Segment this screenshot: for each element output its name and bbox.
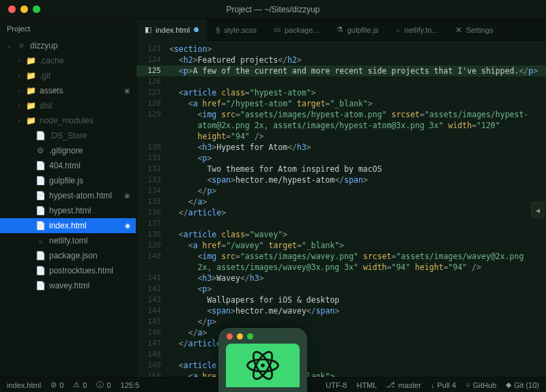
tab-settings[interactable]: ✕Settings bbox=[447, 19, 502, 40]
code-line[interactable]: <article class="hypest-atom"> bbox=[167, 87, 546, 98]
statusbar-item[interactable]: UTF-8 bbox=[326, 381, 347, 389]
code-line[interactable]: <h3>Hypest for Atom</h3> bbox=[167, 142, 546, 153]
line-number[interactable]: 148 bbox=[136, 349, 167, 360]
line-number[interactable]: 133 bbox=[136, 175, 167, 185]
line-number[interactable]: 138 bbox=[136, 229, 167, 240]
line-number[interactable]: 140 bbox=[136, 251, 167, 262]
code-line[interactable]: Wallpapers for iOS & desktop bbox=[167, 295, 546, 305]
code-line[interactable]: <h3>Wavey</h3> bbox=[167, 273, 546, 284]
code-line[interactable]: <p>A few of the current and more recent … bbox=[167, 65, 546, 76]
line-number[interactable] bbox=[136, 262, 167, 273]
editor[interactable]: 1231241251261271281291301311321331341351… bbox=[136, 41, 546, 377]
code-line[interactable]: atom@2x.png 2x, assets/images/hypest-ato… bbox=[167, 120, 546, 131]
code-line[interactable]: <img src="assets/images/wavey.png" srcse… bbox=[167, 251, 546, 262]
code-line[interactable]: <p> bbox=[167, 284, 546, 295]
line-number[interactable]: 134 bbox=[136, 185, 167, 196]
line-number[interactable] bbox=[136, 131, 167, 142]
code-line[interactable]: <h2>Featured projects</h2> bbox=[167, 55, 546, 65]
code-line[interactable]: <section> bbox=[167, 44, 546, 55]
line-number[interactable]: 131 bbox=[136, 153, 167, 164]
code-line[interactable]: <img src="assets/images/hypest-atom.png"… bbox=[167, 109, 546, 120]
code-line[interactable] bbox=[167, 76, 546, 87]
tree-item[interactable]: 📄gulpfile.js bbox=[0, 173, 136, 188]
line-number[interactable]: 129 bbox=[136, 109, 167, 120]
tree-item[interactable]: 📄hypest.html bbox=[0, 203, 136, 218]
code-line[interactable]: <span>hector.me/wavey</span> bbox=[167, 305, 546, 316]
line-number[interactable]: 146 bbox=[136, 327, 167, 338]
line-number[interactable]: 150 bbox=[136, 371, 167, 377]
tab[interactable]: ⬦netlify.to... bbox=[388, 19, 447, 40]
code-line[interactable]: </p> bbox=[167, 185, 546, 196]
line-number[interactable]: 128 bbox=[136, 98, 167, 109]
line-number[interactable]: 123 bbox=[136, 44, 167, 55]
line-number[interactable]: 145 bbox=[136, 316, 167, 327]
tree-root[interactable]: ⌄ ⌗ dizzyup bbox=[0, 38, 136, 53]
statusbar-item[interactable]: index.html bbox=[7, 381, 41, 389]
tree-item[interactable]: 📄package.json bbox=[0, 248, 136, 263]
line-number[interactable]: 126 bbox=[136, 76, 167, 87]
tree-item[interactable]: 📄postrocktues.html bbox=[0, 263, 136, 278]
tree-item[interactable]: ›📁dist bbox=[0, 98, 136, 113]
line-number[interactable] bbox=[136, 120, 167, 131]
tree-item[interactable]: ›📁node_modules bbox=[0, 113, 136, 128]
code-line[interactable]: </p> bbox=[167, 316, 546, 327]
line-number[interactable]: 136 bbox=[136, 207, 167, 218]
statusbar-item[interactable]: ⑂GitHub bbox=[465, 381, 496, 389]
statusbar-item[interactable]: ◆Git (10) bbox=[506, 380, 539, 389]
file-icon: 📄 bbox=[35, 176, 45, 185]
statusbar-item[interactable]: ⚠0 bbox=[73, 380, 87, 389]
line-number[interactable]: 141 bbox=[136, 273, 167, 284]
code-line[interactable]: <p> bbox=[167, 153, 546, 164]
code-line[interactable]: </article> bbox=[167, 207, 546, 218]
tree-item[interactable]: ›📁.git bbox=[0, 68, 136, 83]
code-line[interactable]: <span>hector.me/hypest-atom</span> bbox=[167, 175, 546, 185]
tab[interactable]: ◧index.html bbox=[136, 19, 207, 41]
tree-item[interactable]: 📄index.html◉ bbox=[0, 218, 136, 233]
line-number[interactable]: 144 bbox=[136, 305, 167, 316]
code-line[interactable]: <a href="/hypest-atom" target="_blank"> bbox=[167, 98, 546, 109]
line-number[interactable]: 132 bbox=[136, 164, 167, 175]
line-number[interactable]: 139 bbox=[136, 240, 167, 251]
code-area[interactable]: <section> <h2>Featured projects</h2> <p>… bbox=[167, 41, 546, 377]
tree-item[interactable]: ⬦netlify.toml bbox=[0, 233, 136, 248]
tab[interactable]: ⚗gulpfile.js bbox=[328, 19, 388, 40]
statusbar-item[interactable]: 125:5 bbox=[121, 381, 140, 389]
tree-item[interactable]: ⚙.gitignore bbox=[0, 143, 136, 158]
tree-item[interactable]: 📄.DS_Store bbox=[0, 128, 136, 143]
code-line[interactable] bbox=[167, 218, 546, 229]
tree-item[interactable]: ›📁assets▣ bbox=[0, 83, 136, 98]
line-number[interactable]: 142 bbox=[136, 284, 167, 295]
tree-item[interactable]: 📄wavey.html bbox=[0, 278, 136, 293]
line-number[interactable]: 143 bbox=[136, 295, 167, 305]
line-number[interactable]: 127 bbox=[136, 87, 167, 98]
code-line[interactable]: <a href="/wavey" target="_blank"> bbox=[167, 240, 546, 251]
status-icon: ↓ bbox=[431, 381, 435, 389]
statusbar-item[interactable]: HTML bbox=[356, 381, 377, 389]
tree-item[interactable]: ›📁.cache bbox=[0, 53, 136, 68]
line-number[interactable]: 135 bbox=[136, 196, 167, 207]
tree-item-label: hypest-atom.html bbox=[49, 191, 112, 200]
line-number[interactable]: 147 bbox=[136, 338, 167, 349]
code-line[interactable]: <article class="wavey"> bbox=[167, 229, 546, 240]
code-line[interactable]: </a> bbox=[167, 196, 546, 207]
line-number[interactable]: 149 bbox=[136, 360, 167, 371]
line-number[interactable]: 124 bbox=[136, 55, 167, 65]
zoom-button[interactable] bbox=[33, 5, 40, 13]
code-line[interactable]: height="94" /> bbox=[167, 131, 546, 142]
statusbar-item[interactable]: ⎇master bbox=[386, 380, 421, 389]
tree-item[interactable]: 📄404.html bbox=[0, 158, 136, 173]
code-line[interactable]: 2x, assets/images/wavey@3x.png 3x" width… bbox=[167, 262, 546, 273]
statusbar-item[interactable]: ⓘ0 bbox=[96, 380, 111, 390]
code-line[interactable]: Two themes for Atom inspired by macOS bbox=[167, 164, 546, 175]
line-number[interactable]: 130 bbox=[136, 142, 167, 153]
statusbar-item[interactable]: ⊘0 bbox=[51, 380, 63, 389]
statusbar-item[interactable]: ↓Pull 4 bbox=[431, 381, 456, 389]
panel-toggle-button[interactable]: ◀ bbox=[531, 202, 545, 218]
minimize-button[interactable] bbox=[20, 5, 28, 13]
close-button[interactable] bbox=[8, 5, 16, 13]
line-number[interactable]: 137 bbox=[136, 218, 167, 229]
tree-item[interactable]: 📄hypest-atom.html▣ bbox=[0, 188, 136, 203]
tab[interactable]: ▭package... bbox=[265, 19, 328, 40]
line-number[interactable]: 125 bbox=[136, 65, 167, 76]
tab[interactable]: §style.scss bbox=[207, 19, 265, 40]
